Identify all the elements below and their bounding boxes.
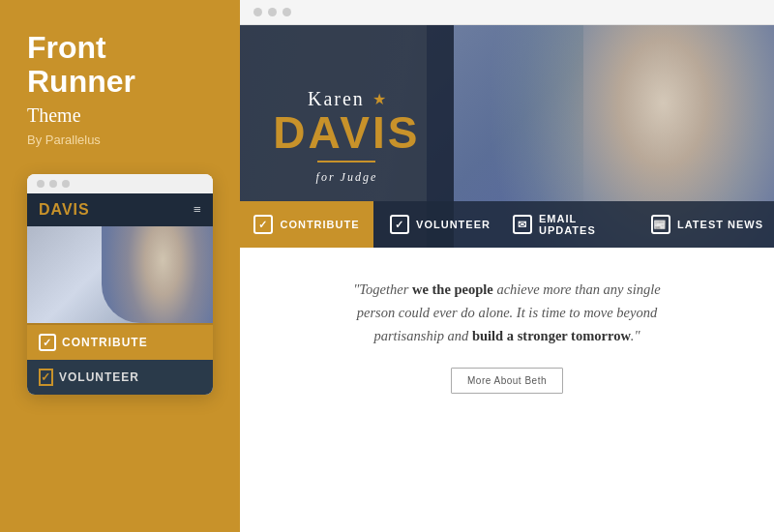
volunteer-label: VOLUNTEER xyxy=(59,370,139,384)
more-about-beth-button[interactable]: More About Beth xyxy=(451,368,563,394)
campaign-divider xyxy=(317,161,375,163)
main-area: Karen ★ DAVIS for Judge ✓ CONTRIBUTE ✓ V… xyxy=(240,0,774,532)
mockup-hero-image xyxy=(27,226,213,323)
quote-bold1: we the people xyxy=(412,281,493,297)
contribute-label: CONTRIBUTE xyxy=(62,336,148,349)
quote-after: ." xyxy=(631,328,640,343)
browser-dot-1 xyxy=(253,8,262,16)
hero-section: Karen ★ DAVIS for Judge ✓ CONTRIBUTE ✓ V… xyxy=(240,25,774,248)
mockup-logo: DAVIS xyxy=(39,201,90,219)
quote-section: "Together we the people achieve more tha… xyxy=(240,248,774,532)
volunteer-check-icon: ✓ xyxy=(39,369,53,386)
sidebar: Front Runner Theme By Parallelus DAVIS ≡… xyxy=(0,0,240,532)
tab-contribute[interactable]: ✓ CONTRIBUTE xyxy=(240,201,373,248)
tab-news[interactable]: 📰 LATEST NEWS xyxy=(640,201,774,248)
mockup-navbar: DAVIS ≡ xyxy=(27,193,213,226)
contribute-check-icon: ✓ xyxy=(39,334,56,351)
nav-tabs: ✓ CONTRIBUTE ✓ VOLUNTEER ✉ EMAIL UPDATES… xyxy=(240,201,774,248)
campaign-davis: DAVIS xyxy=(273,110,420,155)
browser-dot-2 xyxy=(268,8,277,16)
title-line1: Front xyxy=(27,30,106,65)
theme-subtitle: Theme xyxy=(27,104,213,127)
theme-by: By Parallelus xyxy=(27,133,213,147)
mockup-volunteer-bar[interactable]: ✓ VOLUNTEER xyxy=(27,360,213,395)
mockup-dot-2 xyxy=(49,180,57,188)
mockup-person xyxy=(102,226,213,323)
contribute-tab-icon: ✓ xyxy=(253,215,273,234)
mockup-dots-bar xyxy=(27,174,213,193)
theme-title: Front Runner xyxy=(27,31,213,99)
tab-volunteer[interactable]: ✓ VOLUNTEER xyxy=(373,201,507,248)
news-tab-label: LATEST NEWS xyxy=(677,219,763,230)
mockup-hamburger-icon: ≡ xyxy=(194,202,201,218)
browser-chrome xyxy=(240,0,774,25)
quote-text: "Together we the people achieve more tha… xyxy=(342,279,671,348)
email-tab-icon: ✉ xyxy=(513,215,532,234)
contribute-tab-label: CONTRIBUTE xyxy=(280,219,359,230)
browser-dot-3 xyxy=(283,8,291,16)
email-tab-label: EMAIL UPDATES xyxy=(539,213,635,236)
mockup-dot-3 xyxy=(62,180,70,188)
quote-before: "Together xyxy=(353,281,412,297)
campaign-star-icon: ★ xyxy=(372,90,386,108)
news-tab-icon: 📰 xyxy=(651,215,670,234)
volunteer-tab-label: VOLUNTEER xyxy=(416,219,491,230)
mockup-contribute-bar[interactable]: ✓ CONTRIBUTE xyxy=(27,323,213,360)
quote-bold2: build a stronger tomorrow xyxy=(472,328,631,343)
mockup-dot-1 xyxy=(37,180,45,188)
title-line2: Runner xyxy=(27,64,135,99)
campaign-for-judge: for Judge xyxy=(316,170,378,185)
mobile-mockup: DAVIS ≡ ✓ CONTRIBUTE ✓ VOLUNTEER xyxy=(27,174,213,395)
tab-email[interactable]: ✉ EMAIL UPDATES xyxy=(507,201,640,248)
volunteer-tab-icon: ✓ xyxy=(390,215,409,234)
